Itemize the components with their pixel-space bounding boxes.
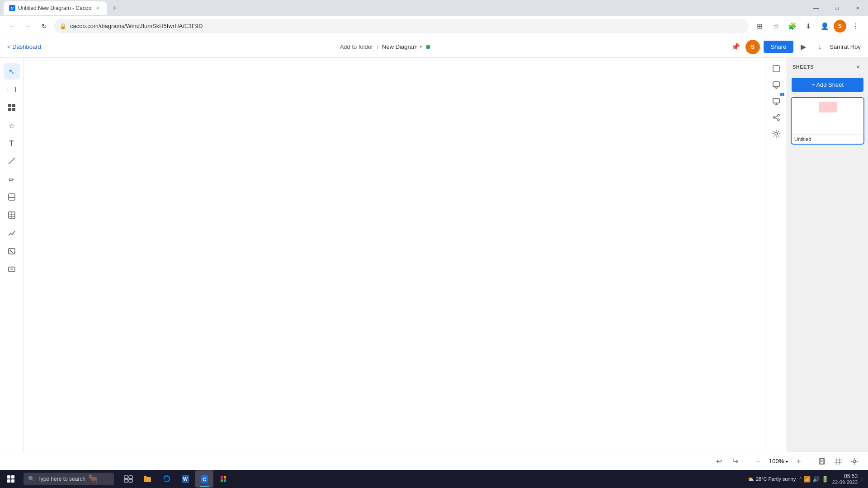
sound-icon: 🔊 bbox=[812, 476, 820, 483]
embed-tool[interactable] bbox=[4, 262, 20, 278]
extensions-button[interactable]: 🧩 bbox=[785, 19, 799, 33]
more-settings-button[interactable] bbox=[848, 455, 861, 468]
download-icon[interactable]: ↓ bbox=[813, 41, 826, 53]
embed-icon bbox=[8, 265, 16, 275]
taskbar-search-animal: 🐂 bbox=[88, 474, 98, 484]
svg-rect-34 bbox=[124, 476, 128, 479]
svg-rect-37 bbox=[129, 479, 132, 482]
share-button[interactable]: Share bbox=[764, 41, 794, 53]
word-taskbar-item[interactable]: W bbox=[176, 470, 194, 488]
pen-tool[interactable]: ✏ bbox=[4, 172, 20, 188]
header-center: Add to folder / New Diagram ▾ bbox=[41, 43, 729, 50]
svg-rect-44 bbox=[224, 476, 226, 479]
diagram-panel-tab[interactable] bbox=[769, 61, 783, 76]
present-panel-tab[interactable]: β bbox=[769, 94, 783, 108]
zoom-in-button[interactable]: + bbox=[793, 456, 804, 467]
grid-toggle-button[interactable] bbox=[832, 455, 844, 468]
taskbar-right: ⛅ 28°C Partly sunny ^ 📶 🔊 🔋 05:53 22-09-… bbox=[742, 473, 868, 485]
user-name: Samrat Roy bbox=[830, 43, 861, 50]
breadcrumb-separator: / bbox=[377, 43, 378, 50]
line-tool[interactable] bbox=[4, 154, 20, 170]
settings-panel-tab[interactable] bbox=[769, 127, 783, 141]
file-explorer-taskbar-item[interactable] bbox=[138, 470, 156, 488]
browser-toolbar: ← → ↻ 🔒 cacoo.com/diagrams/WmdJIumSkH5Iw… bbox=[0, 16, 868, 36]
taskbar-search[interactable]: 🔍 Type here to search 🐂 bbox=[24, 473, 114, 485]
tab-close-button[interactable]: × bbox=[94, 5, 101, 12]
select-icon: ↖ bbox=[9, 67, 14, 76]
user-avatar[interactable]: S bbox=[745, 40, 760, 54]
browser-tab[interactable]: C Untitled:New Diagram - Cacoo × bbox=[4, 1, 107, 15]
save-status-indicator bbox=[426, 45, 430, 49]
svg-point-21 bbox=[775, 132, 778, 135]
bookmark-button[interactable]: ☆ bbox=[769, 19, 783, 33]
back-button[interactable]: ← bbox=[5, 20, 18, 33]
sys-tray-icons[interactable]: ^ 📶 🔊 🔋 bbox=[799, 476, 829, 483]
redo-button[interactable]: ↪ bbox=[729, 455, 741, 468]
svg-point-17 bbox=[778, 119, 779, 121]
chart-tool[interactable] bbox=[4, 226, 20, 242]
profile-button[interactable]: 👤 bbox=[817, 19, 832, 33]
pen-icon: ✏ bbox=[9, 176, 14, 184]
diagram-name[interactable]: New Diagram ▾ bbox=[382, 43, 422, 50]
canvas-area[interactable] bbox=[24, 58, 765, 470]
extra-taskbar-item[interactable] bbox=[214, 470, 232, 488]
svg-rect-24 bbox=[820, 462, 824, 464]
taskbar-weather[interactable]: ⛅ 28°C Partly sunny bbox=[748, 476, 796, 482]
pin-button[interactable]: 📌 bbox=[729, 41, 742, 53]
window-close-button[interactable]: × bbox=[847, 0, 868, 16]
zoom-out-button[interactable]: − bbox=[753, 456, 764, 467]
components-tool[interactable] bbox=[4, 99, 20, 116]
taskbar-clock[interactable]: 05:53 22-09-2023 bbox=[832, 473, 858, 485]
browser-menu-button[interactable]: ⋮ bbox=[848, 19, 863, 33]
play-button[interactable]: ▶ bbox=[797, 41, 810, 53]
sheets-panel-title: SHEETS bbox=[793, 64, 814, 70]
image-tool[interactable] bbox=[4, 244, 20, 260]
start-button[interactable] bbox=[0, 470, 22, 488]
svg-rect-31 bbox=[11, 475, 14, 479]
forward-button[interactable]: → bbox=[22, 20, 34, 33]
svg-line-20 bbox=[775, 117, 778, 119]
svg-rect-46 bbox=[224, 479, 226, 482]
favorites-tool[interactable]: ☆ bbox=[4, 117, 20, 134]
share-panel-tab[interactable] bbox=[769, 110, 783, 125]
edge-taskbar-item[interactable] bbox=[157, 470, 175, 488]
refresh-button[interactable]: ↻ bbox=[38, 20, 51, 33]
sheets-close-button[interactable]: × bbox=[854, 62, 863, 71]
download-button[interactable]: ⬇ bbox=[801, 19, 816, 33]
add-sheet-button[interactable]: + Add Sheet bbox=[792, 78, 863, 92]
taskbar-search-icon: 🔍 bbox=[28, 476, 35, 482]
svg-rect-13 bbox=[773, 99, 779, 103]
cacoo-taskbar-item[interactable]: C bbox=[195, 470, 213, 488]
task-view-button[interactable] bbox=[119, 470, 137, 488]
zoom-level-display[interactable]: 100% ▾ bbox=[767, 458, 790, 465]
maximize-button[interactable]: □ bbox=[826, 0, 847, 16]
add-to-folder-link[interactable]: Add to folder bbox=[340, 43, 373, 50]
shapes-tool[interactable] bbox=[4, 81, 20, 98]
svg-line-19 bbox=[775, 116, 778, 117]
show-desktop-button[interactable]: | bbox=[861, 476, 863, 482]
text-tool[interactable]: T bbox=[4, 136, 20, 152]
svg-rect-32 bbox=[7, 479, 10, 483]
comments-panel-tab[interactable] bbox=[769, 78, 783, 92]
sheets-panel: SHEETS × + Add Sheet Untitled bbox=[787, 58, 868, 470]
table-tool[interactable] bbox=[4, 208, 20, 224]
chart-icon bbox=[8, 229, 16, 239]
shapes-icon bbox=[8, 87, 16, 92]
dashboard-back-button[interactable]: < Dashboard bbox=[7, 43, 41, 50]
sticky-tool[interactable] bbox=[4, 190, 20, 206]
minimize-button[interactable]: — bbox=[806, 0, 826, 16]
new-tab-button[interactable]: + bbox=[108, 2, 121, 14]
sheet-preview-content bbox=[819, 102, 837, 113]
svg-line-0 bbox=[9, 158, 15, 164]
cast-button[interactable]: ⊞ bbox=[752, 19, 767, 33]
select-tool[interactable]: ↖ bbox=[4, 63, 20, 80]
address-bar[interactable]: 🔒 cacoo.com/diagrams/WmdJIumSkH5IwrHA/E3… bbox=[54, 19, 749, 33]
sticky-icon bbox=[8, 193, 16, 203]
save-button[interactable] bbox=[816, 455, 828, 468]
svg-rect-7 bbox=[9, 249, 15, 254]
bottom-bar: ↩ ↪ − 100% ▾ + bbox=[0, 452, 868, 470]
chrome-user-avatar[interactable]: S bbox=[834, 20, 846, 33]
sheet-item[interactable]: Untitled bbox=[791, 97, 864, 145]
url-text: cacoo.com/diagrams/WmdJIumSkH5IwrHA/E3F9… bbox=[70, 23, 203, 29]
undo-button[interactable]: ↩ bbox=[712, 455, 725, 468]
